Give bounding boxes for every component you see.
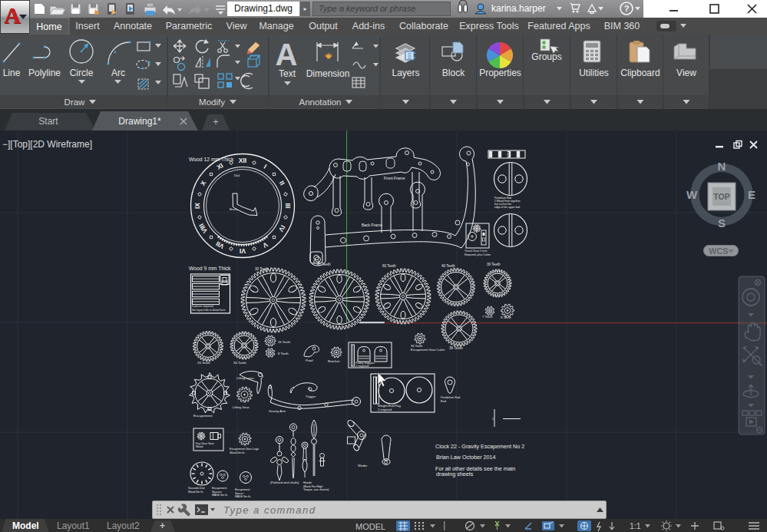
svg-text:Front Frame: Front Frame bbox=[384, 176, 405, 180]
svg-text:Type a command: Type a command bbox=[223, 504, 316, 516]
svg-text:Start: Start bbox=[38, 116, 58, 127]
svg-text:Escapement: Escapement bbox=[235, 488, 250, 491]
svg-text:IX: IX bbox=[193, 203, 201, 209]
svg-text:(Polished steel shafts): (Polished steel shafts) bbox=[270, 481, 299, 484]
svg-text:Wood 9 mm Thick: Wood 9 mm Thick bbox=[189, 266, 231, 271]
svg-text:W: W bbox=[686, 188, 698, 201]
svg-text:(Back For High: (Back For High bbox=[303, 485, 322, 488]
svg-text:XI: XI bbox=[215, 161, 224, 171]
svg-text:Arc: Arc bbox=[111, 68, 125, 78]
svg-text:4 pieces required,: 4 pieces required, bbox=[192, 305, 214, 308]
svg-text:Wood 6m th.: Wood 6m th. bbox=[230, 451, 245, 454]
svg-text:MADE 3m th.: MADE 3m th. bbox=[212, 494, 228, 497]
svg-text:II: II bbox=[278, 180, 286, 187]
svg-text:V: V bbox=[261, 241, 269, 250]
svg-text:Line: Line bbox=[3, 68, 21, 78]
svg-text:Dial: Dial bbox=[234, 173, 240, 177]
svg-text:Text: Text bbox=[279, 68, 296, 79]
svg-text:Circle: Circle bbox=[70, 68, 94, 78]
svg-text:Brian Law October 2014: Brian Law October 2014 bbox=[436, 454, 496, 461]
svg-text:VIII: VIII bbox=[197, 223, 209, 235]
svg-text:VI: VI bbox=[240, 247, 246, 255]
svg-text:8 Teeth: 8 Teeth bbox=[501, 316, 511, 319]
svg-text:30 Teeth: 30 Teeth bbox=[255, 267, 269, 271]
svg-text:?: ? bbox=[624, 4, 630, 13]
svg-text:XII: XII bbox=[239, 157, 246, 164]
svg-text:drawing sheets: drawing sheets bbox=[436, 471, 474, 477]
svg-text:Hands: Hands bbox=[303, 481, 312, 484]
svg-text:Annotation: Annotation bbox=[299, 97, 342, 107]
svg-text:Required, plus Cutter: Required, plus Cutter bbox=[464, 253, 491, 256]
svg-text:Torque, see sheets): Torque, see sheets) bbox=[303, 488, 329, 491]
svg-text:X: X bbox=[199, 179, 208, 187]
svg-text:Travel Gear 2 sets: Travel Gear 2 sets bbox=[464, 249, 488, 253]
svg-text:Utilities: Utilities bbox=[579, 68, 609, 78]
svg-text:Key Gear Seat: Key Gear Seat bbox=[196, 442, 214, 445]
svg-text:Back Frame: Back Frame bbox=[362, 223, 382, 227]
svg-text:Escapement: Escapement bbox=[193, 414, 213, 418]
svg-text:Layout1: Layout1 bbox=[57, 520, 90, 531]
svg-text:60 Teeth: 60 Teeth bbox=[382, 264, 396, 268]
svg-text:Layout2: Layout2 bbox=[107, 520, 140, 531]
svg-text:Wood 6m th.: Wood 6m th. bbox=[188, 491, 203, 494]
svg-text:20 Teeth: 20 Teeth bbox=[197, 361, 210, 365]
svg-text:Groups: Groups bbox=[531, 51, 561, 62]
svg-text:N: N bbox=[718, 160, 726, 173]
svg-text:Spacer: Spacer bbox=[235, 492, 244, 495]
svg-text:Polyline: Polyline bbox=[28, 68, 61, 78]
svg-text:VII: VII bbox=[214, 240, 225, 250]
svg-text:Lifting Gear: Lifting Gear bbox=[233, 405, 250, 409]
svg-text:karina.harper: karina.harper bbox=[491, 3, 546, 14]
svg-text:Seconds Dial: Seconds Dial bbox=[188, 487, 204, 490]
svg-text:Escapement: Escapement bbox=[212, 487, 226, 490]
svg-text:40 Teeth: 40 Teeth bbox=[441, 264, 455, 268]
svg-text:Modify: Modify bbox=[199, 97, 225, 107]
svg-text:Trigger: Trigger bbox=[306, 395, 316, 398]
svg-text:Pendulum Rod: Pendulum Rod bbox=[441, 396, 460, 399]
svg-text:III: III bbox=[284, 203, 292, 208]
svg-text:Ratchet: Ratchet bbox=[328, 359, 340, 363]
svg-text:Layers: Layers bbox=[392, 68, 419, 78]
svg-text:Properties: Properties bbox=[479, 68, 521, 78]
svg-text:+: + bbox=[160, 520, 165, 531]
svg-text:2 required: 2 required bbox=[355, 365, 369, 368]
svg-text:Dimension: Dimension bbox=[306, 68, 350, 79]
svg-text:2 required: 2 required bbox=[378, 408, 392, 411]
svg-text:Wood 12 mm Thick: Wood 12 mm Thick bbox=[189, 157, 234, 162]
svg-text:Winder: Winder bbox=[358, 464, 368, 468]
svg-text:+: + bbox=[213, 116, 219, 127]
svg-text:16 Teeth: 16 Teeth bbox=[278, 340, 291, 344]
svg-text:S: S bbox=[718, 216, 726, 230]
svg-text:30 Teeth: 30 Teeth bbox=[233, 361, 246, 365]
svg-text:7 Teeth: 7 Teeth bbox=[482, 315, 493, 319]
svg-text:Draw: Draw bbox=[64, 97, 86, 107]
svg-text:Model: Model bbox=[12, 520, 39, 531]
svg-text:MODEL: MODEL bbox=[355, 522, 385, 531]
svg-text:the layout lids in detail here: the layout lids in detail here bbox=[192, 309, 226, 312]
svg-text:8 Teeth: 8 Teeth bbox=[278, 352, 289, 355]
svg-text:E: E bbox=[748, 188, 755, 201]
svg-text:1: 1 bbox=[492, 418, 494, 421]
svg-text:A: A bbox=[276, 38, 298, 71]
svg-text:IV: IV bbox=[277, 224, 287, 233]
svg-text:View: View bbox=[676, 68, 696, 78]
svg-text:edge of the upper bob: edge of the upper bob bbox=[494, 206, 520, 209]
svg-text:I: I bbox=[263, 163, 268, 170]
svg-text:Spacers: Spacers bbox=[212, 491, 222, 494]
svg-text:1:1: 1:1 bbox=[630, 521, 641, 530]
svg-text:Clock 22 - Gravity Escapement: Clock 22 - Gravity Escapement No 2 bbox=[435, 443, 524, 450]
svg-text:Gravity Arm: Gravity Arm bbox=[269, 409, 286, 413]
svg-text:Escapement Gear Cutter: Escapement Gear Cutter bbox=[411, 348, 445, 352]
svg-text:MADE 3m th.: MADE 3m th. bbox=[235, 495, 251, 498]
svg-text:Wood: Wood bbox=[196, 445, 203, 448]
svg-text:Clipboard: Clipboard bbox=[620, 68, 660, 78]
svg-text:Escapement Gear Logo: Escapement Gear Logo bbox=[230, 448, 259, 451]
svg-text:Pawl: Pawl bbox=[306, 359, 313, 362]
svg-text:Drawing1*: Drawing1* bbox=[118, 116, 161, 127]
svg-text:TOP: TOP bbox=[713, 192, 729, 201]
svg-text:36 Teeth: 36 Teeth bbox=[449, 346, 463, 350]
svg-text:End: End bbox=[441, 400, 446, 403]
svg-text:30 Teeth: 30 Teeth bbox=[487, 263, 501, 266]
svg-text:Block: Block bbox=[442, 68, 465, 78]
